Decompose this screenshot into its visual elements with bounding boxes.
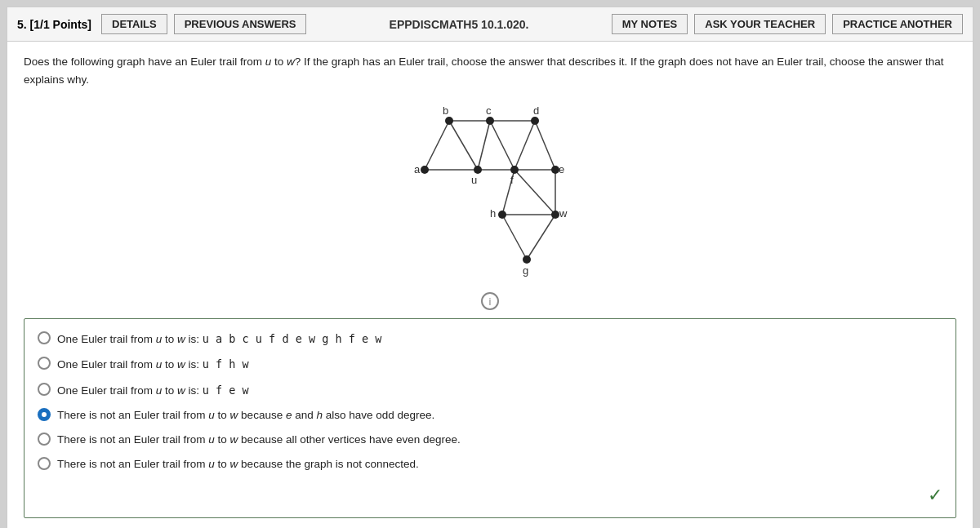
- answer-text-1: One Euler trail from u to w is: u a b c …: [57, 331, 381, 348]
- question-body: Does the following graph have an Euler t…: [7, 42, 973, 528]
- node-c: [486, 117, 494, 125]
- right-buttons: MY NOTES ASK YOUR TEACHER PRACTICE ANOTH…: [612, 14, 963, 34]
- ask-teacher-button[interactable]: ASK YOUR TEACHER: [694, 14, 826, 34]
- label-b: b: [443, 104, 448, 117]
- label-g: g: [523, 264, 528, 277]
- info-button[interactable]: i: [481, 292, 499, 310]
- details-button[interactable]: DETAILS: [101, 14, 167, 34]
- answer-text-2: One Euler trail from u to w is: u f h w: [57, 356, 249, 373]
- top-bar: 5. [1/1 Points] DETAILS PREVIOUS ANSWERS…: [7, 7, 973, 42]
- node-u: [474, 166, 482, 174]
- graph-diagram: b c d a u f e h w: [384, 96, 596, 284]
- problem-code: EPPDISCMATH5 10.1.020.: [313, 18, 604, 31]
- correct-checkmark: ✓: [928, 485, 942, 506]
- answer-option-1[interactable]: One Euler trail from u to w is: u a b c …: [38, 331, 942, 348]
- svg-line-8: [514, 121, 535, 170]
- svg-line-15: [527, 215, 555, 260]
- question-card: 5. [1/1 Points] DETAILS PREVIOUS ANSWERS…: [7, 7, 973, 528]
- node-h: [498, 211, 506, 219]
- answer-option-2[interactable]: One Euler trail from u to w is: u f h w: [38, 356, 942, 373]
- svg-line-0: [425, 121, 449, 170]
- answer-option-3[interactable]: One Euler trail from u to w is: u f e w: [38, 382, 942, 399]
- answer-text-6: There is not an Euler trail from u to w …: [57, 456, 419, 473]
- radio-4[interactable]: [38, 408, 51, 421]
- radio-5[interactable]: [38, 433, 51, 446]
- svg-line-5: [478, 121, 490, 170]
- label-a: a: [414, 163, 421, 175]
- question-text: Does the following graph have an Euler t…: [24, 53, 956, 88]
- radio-1[interactable]: [38, 331, 51, 344]
- svg-line-6: [490, 121, 514, 170]
- answer-option-5[interactable]: There is not an Euler trail from u to w …: [38, 432, 942, 448]
- answer-option-4[interactable]: There is not an Euler trail from u to w …: [38, 407, 942, 424]
- label-d: d: [533, 104, 539, 117]
- label-w: w: [559, 207, 568, 220]
- label-h: h: [490, 207, 496, 220]
- node-w: [551, 211, 559, 219]
- label-f: f: [510, 174, 514, 186]
- page-wrapper: 5. [1/1 Points] DETAILS PREVIOUS ANSWERS…: [0, 0, 980, 528]
- radio-3[interactable]: [38, 383, 51, 396]
- svg-line-12: [514, 170, 555, 215]
- answer-text-5: There is not an Euler trail from u to w …: [57, 432, 461, 448]
- my-notes-button[interactable]: MY NOTES: [612, 14, 688, 34]
- node-b: [445, 117, 453, 125]
- svg-line-7: [535, 121, 555, 170]
- radio-6[interactable]: [38, 457, 51, 470]
- label-c: c: [486, 104, 492, 117]
- answers-box: One Euler trail from u to w is: u a b c …: [24, 318, 956, 518]
- graph-area: b c d a u f e h w: [24, 96, 956, 284]
- question-number: 5. [1/1 Points]: [17, 18, 91, 31]
- previous-answers-button[interactable]: PREVIOUS ANSWERS: [174, 14, 307, 34]
- svg-line-14: [502, 215, 527, 260]
- label-e: e: [559, 163, 564, 175]
- node-a: [421, 166, 429, 174]
- answer-text-4: There is not an Euler trail from u to w …: [57, 407, 434, 424]
- node-g: [523, 255, 531, 264]
- checkmark-area: ✓: [38, 481, 942, 506]
- label-u: u: [471, 174, 477, 186]
- answer-text-3: One Euler trail from u to w is: u f e w: [57, 382, 249, 399]
- info-icon-area: i: [24, 292, 956, 310]
- radio-2[interactable]: [38, 357, 51, 370]
- practice-another-button[interactable]: PRACTICE ANOTHER: [832, 14, 963, 34]
- node-f: [510, 166, 519, 174]
- answer-option-6[interactable]: There is not an Euler trail from u to w …: [38, 456, 942, 473]
- svg-line-4: [449, 121, 478, 170]
- node-d: [531, 117, 539, 125]
